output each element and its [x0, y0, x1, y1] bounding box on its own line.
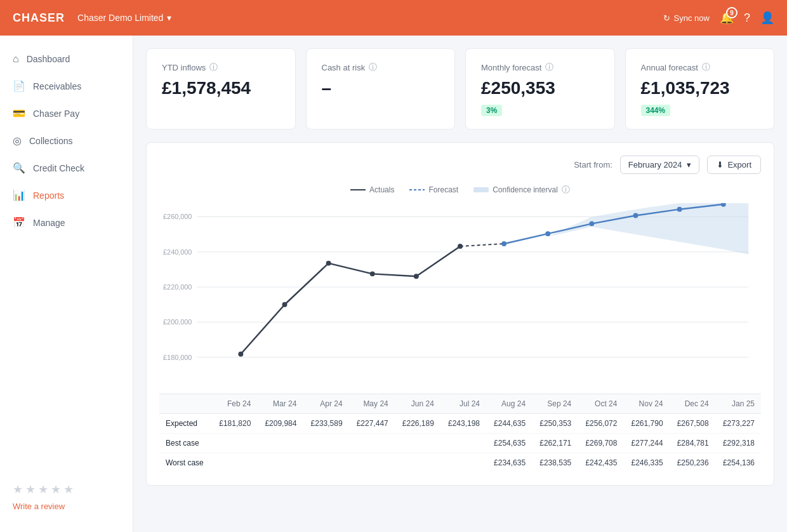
kpi-card-ytd-inflows: YTD inflows ⓘ £1,578,454: [146, 48, 296, 130]
write-review-link[interactable]: Write a review: [13, 502, 65, 511]
sidebar-item-chaser-pay[interactable]: 💳 Chaser Pay: [0, 100, 133, 127]
svg-text:£180,000: £180,000: [163, 354, 192, 361]
confidence-area-icon: [473, 187, 489, 192]
svg-text:£200,000: £200,000: [163, 318, 192, 326]
table-header-feb24: Feb 24: [211, 394, 257, 414]
confidence-area: [548, 203, 748, 255]
cell: £209,984: [257, 414, 303, 434]
company-selector[interactable]: Chaser Demo Limited ▾: [77, 13, 171, 23]
star-3[interactable]: ★: [38, 482, 48, 496]
kpi-label-text: Cash at risk: [322, 63, 366, 72]
kpi-label-text: YTD inflows: [162, 63, 206, 72]
cell: £226,189: [395, 414, 440, 434]
sidebar: ⌂ Dashboard 📄 Receivables 💳 Chaser Pay ◎…: [0, 36, 133, 532]
sidebar-item-label: Chaser Pay: [33, 109, 79, 119]
sidebar-item-collections[interactable]: ◎ Collections: [0, 127, 133, 154]
export-button[interactable]: ⬇ Export: [707, 156, 761, 174]
cell: £243,198: [440, 414, 486, 434]
table-row-worst-case: Worst case £234,635 £238,535 £242,435 £2…: [159, 453, 761, 473]
cell: £250,236: [670, 453, 715, 473]
chart-dot: [326, 261, 331, 266]
kpi-label: Annual forecast ⓘ: [641, 62, 759, 73]
info-icon[interactable]: ⓘ: [209, 62, 218, 73]
kpi-label-text: Monthly forecast: [481, 63, 541, 72]
table-header-oct24: Oct 24: [578, 394, 623, 414]
sync-button[interactable]: ↻ Sync now: [663, 13, 710, 23]
help-button[interactable]: ?: [744, 11, 750, 25]
kpi-card-cash-at-risk: Cash at risk ⓘ –: [306, 48, 456, 130]
date-select[interactable]: February 2024 ▾: [620, 156, 700, 174]
table-row-best-case: Best case £254,635 £262,171 £269,708 £27…: [159, 434, 761, 453]
info-icon[interactable]: ⓘ: [702, 62, 710, 73]
sidebar-item-label: Dashboard: [27, 54, 70, 64]
sidebar-item-receivables[interactable]: 📄 Receivables: [0, 72, 133, 100]
row-label: Expected: [159, 414, 211, 434]
notification-badge: 9: [726, 7, 737, 18]
cell: £269,708: [578, 434, 623, 453]
notifications-button[interactable]: 🔔 9: [720, 11, 734, 25]
info-icon[interactable]: ⓘ: [369, 62, 377, 73]
table-header-jun24: Jun 24: [395, 394, 440, 414]
credit-check-icon: 🔍: [13, 162, 25, 174]
review-section: ★ ★ ★ ★ ★ Write a review: [0, 472, 133, 522]
star-1[interactable]: ★: [13, 482, 23, 496]
help-icon: ?: [744, 11, 750, 24]
receivables-icon: 📄: [13, 80, 25, 92]
chart-area: £260,000 £240,000 £220,000 £200,000 £180…: [159, 203, 761, 383]
cell: £254,136: [715, 453, 761, 473]
legend-confidence: Confidence interval ⓘ: [473, 184, 570, 196]
user-icon: 👤: [760, 11, 774, 24]
chevron-down-icon: ▾: [167, 13, 171, 23]
forecast-table: Feb 24 Mar 24 Apr 24 May 24 Jun 24 Jul 2…: [159, 394, 761, 472]
star-4[interactable]: ★: [51, 482, 61, 496]
logo: CHASER: [13, 11, 65, 25]
chart-dot: [370, 271, 375, 276]
cell: £256,072: [578, 414, 623, 434]
user-button[interactable]: 👤: [760, 11, 774, 25]
star-5[interactable]: ★: [63, 482, 74, 496]
cell: £273,227: [715, 414, 761, 434]
cell: £262,171: [532, 434, 578, 453]
manage-icon: 📅: [13, 216, 25, 229]
sidebar-item-manage[interactable]: 📅 Manage: [0, 209, 133, 236]
sidebar-item-dashboard[interactable]: ⌂ Dashboard: [0, 46, 133, 72]
star-2[interactable]: ★: [25, 482, 36, 496]
info-icon[interactable]: ⓘ: [562, 184, 570, 196]
cell: [257, 434, 303, 453]
kpi-card-annual-forecast: Annual forecast ⓘ £1,035,723 344%: [625, 48, 775, 130]
layout: ⌂ Dashboard 📄 Receivables 💳 Chaser Pay ◎…: [0, 36, 787, 532]
sidebar-item-reports[interactable]: 📊 Reports: [0, 182, 133, 209]
cell: £292,318: [715, 434, 761, 453]
cell: [303, 453, 348, 473]
svg-text:£240,000: £240,000: [163, 248, 192, 256]
row-label: Best case: [159, 434, 211, 453]
cell: [395, 434, 440, 453]
cell: [349, 453, 395, 473]
export-icon: ⬇: [717, 160, 724, 170]
kpi-label-text: Annual forecast: [641, 63, 698, 72]
cell: £181,820: [211, 414, 257, 434]
sidebar-item-label: Manage: [33, 218, 65, 228]
kpi-badge: 3%: [481, 105, 502, 116]
star-rating[interactable]: ★ ★ ★ ★ ★: [13, 482, 120, 496]
table-header-jan25: Jan 25: [715, 394, 761, 414]
main-content: YTD inflows ⓘ £1,578,454 Cash at risk ⓘ …: [133, 36, 787, 532]
transition-dash: [460, 244, 504, 246]
kpi-value: £1,035,723: [641, 78, 759, 98]
legend-actuals: Actuals: [350, 185, 394, 194]
sidebar-item-label: Credit Check: [33, 163, 84, 173]
cell: £277,244: [623, 434, 669, 453]
kpi-label: YTD inflows ⓘ: [162, 62, 280, 73]
sidebar-spacer: [0, 236, 133, 472]
chart-dot-forecast: [633, 213, 638, 218]
info-icon[interactable]: ⓘ: [545, 62, 553, 73]
chart-dot: [238, 352, 243, 357]
sidebar-item-credit-check[interactable]: 🔍 Credit Check: [0, 154, 133, 182]
topnav-left: CHASER Chaser Demo Limited ▾: [13, 11, 171, 25]
chart-dot-forecast: [501, 241, 506, 246]
chaser-pay-icon: 💳: [13, 107, 25, 119]
kpi-row: YTD inflows ⓘ £1,578,454 Cash at risk ⓘ …: [146, 48, 774, 130]
cell: [257, 453, 303, 473]
chart-legend: Actuals Forecast Confidence interval ⓘ: [159, 184, 761, 196]
cell: £261,790: [623, 414, 669, 434]
